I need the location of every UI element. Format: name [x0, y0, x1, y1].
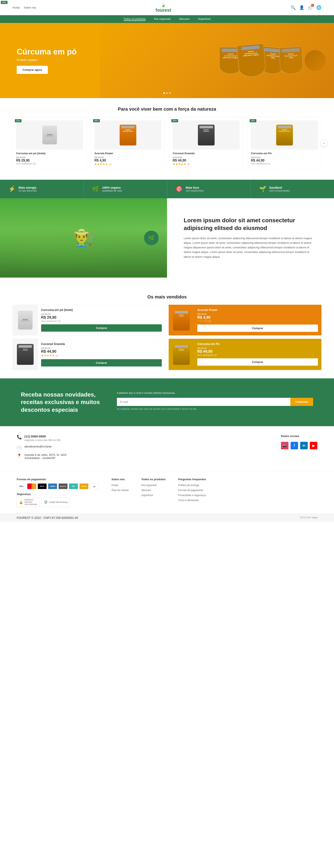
nav-kits[interactable]: Kits especiais — [154, 17, 171, 21]
cart-icon[interactable]: 🛒 0 — [308, 5, 313, 10]
bs-img-2: 98% fourestGranola — [13, 339, 38, 370]
product-price-3: R$ 44,90 — [251, 159, 318, 162]
email-icon: ✉️ — [17, 445, 22, 450]
nav-skincare[interactable]: Skincare — [179, 17, 190, 21]
list-item: Área do Cliente — [112, 488, 129, 492]
subscribe-button[interactable]: Cadastrar — [291, 398, 313, 406]
portal-link[interactable]: Portal — [12, 6, 20, 9]
footer-email[interactable]: atendimento@hv.fante — [24, 445, 52, 448]
list-item: Skincare — [141, 488, 166, 492]
feature-healthy-title: Saudável — [269, 186, 290, 189]
dot-3[interactable] — [169, 92, 171, 94]
product-card-1: 98% fourestAcerola Power Acerola Power R… — [91, 117, 165, 169]
bs-buy-3[interactable]: Comprar — [197, 358, 318, 366]
agency-name: fante — [312, 517, 317, 519]
product-name-1: Acerola Power — [94, 152, 161, 155]
youtube-icon[interactable]: ▶ — [310, 442, 317, 450]
bs-details-3: Cúrcuma em Pó R$ 54,90 R$ 44,90 Sem aval… — [194, 339, 321, 370]
hero-buy-button[interactable]: Comprar agora — [17, 66, 48, 74]
hero-dots — [163, 92, 171, 94]
product-badge-0: 25% — [15, 119, 22, 122]
lock-icon: 🔒 — [19, 500, 23, 504]
kits-footer-link[interactable]: Kits especiais — [141, 484, 157, 487]
bs-img-3: 98% fourestCúrcuma — [169, 339, 194, 370]
bs-buy-0[interactable]: Comprar — [41, 324, 162, 332]
bs-card-0: 98% fourest cúrcuma em pó Curcuma em pó … — [12, 305, 165, 335]
superfood-footer-link[interactable]: Superfood — [141, 494, 153, 497]
linkedin-icon[interactable]: in — [300, 442, 308, 450]
footer-phone[interactable]: (11) 0000-0000 — [24, 435, 61, 438]
google-shield-icon: 🛡️ — [43, 500, 48, 504]
bs-jar-1: fourestAcerola — [173, 310, 190, 331]
footer-phone-hours: segunda à sexta das 09h às 20h — [24, 439, 61, 442]
products-next-btn[interactable]: › — [320, 140, 328, 147]
bs-jar-2: fourestGranola — [17, 344, 34, 365]
pouch-0: fourest cúrcuma em pó — [42, 126, 57, 145]
privacy-link[interactable]: Privacidade e segurança — [178, 494, 206, 497]
dot-2[interactable] — [166, 92, 168, 94]
facebook-icon[interactable]: f — [291, 442, 298, 450]
footer-address-item: 📍 Avenida 9 de Julho, 3575, Sl. 1815 Anh… — [17, 453, 269, 460]
product-old-3: R$ 54,90 — [251, 156, 318, 159]
dot-1[interactable] — [163, 92, 165, 94]
email-form: Cadastrar — [117, 398, 313, 406]
return-link[interactable]: Troca e devolução — [178, 499, 199, 502]
products-section: 25% fourest cúrcuma em pó Curcuma em pó … — [0, 117, 334, 169]
email-input[interactable] — [117, 398, 291, 406]
bs-rating-3: Sem avaliações (0) — [197, 354, 318, 356]
phone-icon: 📞 — [17, 435, 22, 439]
delivery-link[interactable]: Política de entrega — [178, 484, 199, 487]
newsletter-terms: Ao cadastrar, declaro que estou de acord… — [117, 408, 313, 410]
skincare-footer-link[interactable]: Skincare — [141, 489, 151, 492]
bs-price-2: R$ 44,90 — [41, 349, 162, 354]
product-rating-0: Sem avaliações (0) — [16, 162, 83, 165]
product-old-2: R$ 54,90 — [173, 156, 240, 159]
portal-footer-link[interactable]: Portal — [112, 484, 118, 487]
jar-2: fourestCúrcuma em pó100% Pure | Vegano — [237, 43, 266, 78]
sobre-link[interactable]: Sobre nós — [24, 6, 36, 9]
bs-buy-1[interactable]: Comprar — [197, 324, 318, 332]
search-icon[interactable]: 🔍 — [291, 5, 296, 10]
about-body: Lorem ipsum dolor sit amet, consectetur … — [184, 236, 317, 259]
nav-todos[interactable]: Todos os produtos — [124, 17, 146, 21]
bs-pouch-0: fourest cúrcuma em pó — [18, 311, 33, 330]
social-label: Redes sociais — [281, 435, 317, 438]
bs-buy-2[interactable]: Comprar — [41, 359, 162, 367]
bs-price-3: R$ 44,90 — [197, 349, 318, 354]
list-item: Portal — [112, 483, 129, 487]
hero-text: Cúrcuma em pó Produto vegano Comprar ago… — [17, 47, 77, 74]
footer-faq-col: Perguntas frequentes Política de entrega… — [178, 478, 206, 507]
list-item: Formas de pagamento — [178, 488, 206, 492]
product-name-3: Cúrcuma em Pó — [251, 152, 318, 155]
site-logo[interactable]: 🍃 fourest — [155, 2, 171, 13]
feature-vegan: 🌿 100% vegano qualidade de vida — [84, 180, 167, 198]
hero-title: Cúrcuma em pó — [17, 47, 77, 57]
product-stars-1: ★★★★★ (1) — [94, 162, 161, 166]
features-bar: ⚡ Mais energia no seu dia-a-dia 🌿 100% v… — [0, 180, 334, 198]
nav-superfood[interactable]: Superfood — [198, 17, 210, 21]
user-icon[interactable]: 👤 — [299, 5, 304, 10]
healthy-icon: 🌱 — [259, 186, 266, 192]
newsletter-section: Receba nossas novidades, receitas exclus… — [0, 378, 334, 426]
footer-about-list: Portal Área do Cliente — [112, 483, 129, 492]
area-cliente-link[interactable]: Área do Cliente — [112, 489, 129, 492]
product-badge-2: 98% — [172, 119, 178, 122]
footer-address2: Anhanbabaú - Jundiaí/SP — [24, 457, 55, 460]
product-price-0: R$ 29,90 — [16, 159, 83, 162]
elo-icon: ELO — [37, 483, 47, 489]
instagram-icon[interactable]: 📷 — [281, 442, 289, 450]
list-item: Kits especiais — [141, 483, 166, 487]
bs-name-1: Acerola Power — [197, 308, 318, 312]
globe-icon[interactable]: 🌐 — [316, 5, 322, 10]
jar-label-2: fourestCúrcuma em pó100% Pure | Vegano — [243, 50, 259, 57]
jar-img-1: fourestAcerola Power — [120, 125, 136, 146]
list-item: Superfood — [141, 493, 166, 497]
bs-card-1: 98% fourestAcerola Acerola Power R$ 44,9… — [169, 305, 322, 335]
topbar-links: Portal Sobre nós — [12, 6, 36, 9]
bs-details-1: Acerola Power R$ 44,90 R$ 4,90 ★★★★★ (1)… — [194, 305, 321, 335]
list-item: Troca e devolução — [178, 498, 206, 502]
site-secure-badge: 🔒 EMPRESASEGURASITE SEGURO — [17, 497, 40, 507]
product-price-2: R$ 44,90 — [173, 159, 240, 162]
payment-methods-link[interactable]: Formas de pagamento — [178, 489, 203, 492]
product-rating-3: Sem avaliações (0) — [251, 162, 318, 165]
